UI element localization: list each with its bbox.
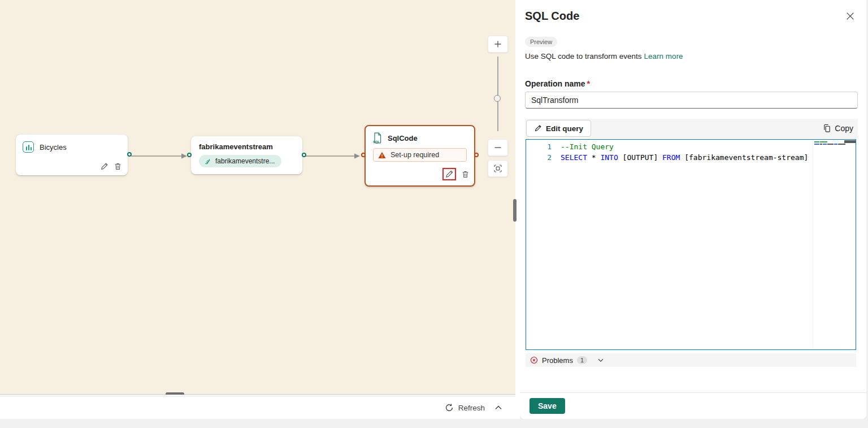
refresh-icon: [445, 403, 454, 412]
preview-badge: Preview: [525, 37, 557, 47]
svg-text:SQL: SQL: [373, 140, 380, 144]
canvas-bottom-bar: Refresh: [0, 396, 515, 419]
required-asterisk: *: [587, 79, 590, 88]
output-port[interactable]: [474, 153, 479, 157]
output-port[interactable]: [302, 153, 306, 157]
node-title: Bicycles: [40, 143, 67, 152]
code-text: SELECT * INTO [OUTPUT] FROM [fabrikameve…: [552, 152, 808, 163]
stream-badge[interactable]: fabrikameventstre...: [199, 155, 281, 167]
operation-name-input[interactable]: [525, 92, 858, 109]
editor-toolbar: Edit query Copy: [525, 119, 858, 138]
eventstream-designer: Bicycles fabrikameventstream: [0, 0, 520, 419]
description-text: Use SQL code to transform events: [525, 52, 642, 60]
delete-node-icon[interactable]: [461, 170, 470, 179]
zoom-slider-handle[interactable]: [494, 95, 501, 102]
zoom-in-button[interactable]: [488, 36, 508, 53]
edit-highlight-annotation: [442, 168, 456, 180]
horizontal-scrollbar-track[interactable]: [0, 394, 515, 395]
edit-query-label: Edit query: [546, 124, 583, 133]
refresh-label: Refresh: [458, 404, 485, 412]
zoom-out-button[interactable]: [488, 139, 508, 156]
problems-label: Problems: [542, 356, 573, 365]
edit-node-icon[interactable]: [445, 170, 454, 179]
copy-button[interactable]: Copy: [823, 124, 853, 133]
collapse-pane-chevron-icon[interactable]: [494, 403, 503, 412]
vertical-scrollbar-thumb[interactable]: [513, 199, 517, 222]
fit-to-screen-button[interactable]: [488, 160, 508, 177]
panel-title: SQL Code: [525, 10, 579, 23]
output-port[interactable]: [127, 152, 132, 157]
delete-node-icon[interactable]: [114, 162, 122, 171]
zoom-slider[interactable]: [488, 57, 509, 136]
edit-node-icon[interactable]: [100, 162, 108, 171]
node-sqlcode[interactable]: SQL SqlCode Set-up required: [364, 125, 475, 187]
line-number: 2: [526, 152, 552, 163]
copy-label: Copy: [835, 124, 853, 133]
code-line: 2 SELECT * INTO [OUTPUT] FROM [fabrikame…: [526, 152, 856, 163]
node-bicycles[interactable]: Bicycles: [16, 135, 128, 175]
sql-code-panel: SQL Code Preview Use SQL code to transfo…: [520, 0, 866, 419]
editor-minimap[interactable]: [813, 140, 848, 349]
node-title: fabrikameventstream: [191, 136, 302, 151]
edge-connectors: [0, 0, 515, 395]
operation-name-text: Operation name: [525, 79, 585, 88]
sql-document-icon: SQL: [372, 132, 383, 144]
save-button[interactable]: Save: [530, 398, 565, 414]
node-title: SqlCode: [388, 134, 418, 142]
bar-chart-icon: [23, 141, 34, 153]
copy-icon: [823, 124, 831, 133]
code-line: 1 --Init Query: [526, 141, 856, 152]
stream-badge-label: fabrikameventstre...: [215, 157, 275, 165]
zoom-slider-track: [497, 57, 498, 131]
panel-description: Use SQL code to transform eventsLearn mo…: [525, 52, 683, 60]
warning-icon: [378, 152, 386, 159]
setup-required-label: Set-up required: [390, 151, 439, 159]
error-circle-icon: [530, 356, 538, 364]
editor-scrollbar-thumb[interactable]: [844, 140, 856, 143]
eventstream-icon: [204, 157, 212, 165]
horizontal-scrollbar-thumb[interactable]: [166, 392, 184, 395]
line-number: 1: [526, 141, 552, 152]
setup-required-banner: Set-up required: [373, 148, 467, 162]
operation-name-label: Operation name*: [525, 79, 590, 88]
node-eventstream[interactable]: fabrikameventstream fabrikameventstre...: [191, 136, 302, 174]
expand-problems-chevron-icon[interactable]: [597, 356, 605, 364]
pencil-icon: [534, 124, 542, 132]
input-port[interactable]: [187, 153, 192, 157]
learn-more-link[interactable]: Learn more: [644, 52, 683, 60]
zoom-controls: [488, 36, 509, 177]
sql-code-editor[interactable]: 1 --Init Query 2 SELECT * INTO [OUTPUT] …: [526, 139, 856, 350]
refresh-button[interactable]: Refresh: [445, 403, 485, 412]
close-icon[interactable]: [844, 10, 856, 21]
input-port[interactable]: [361, 153, 366, 157]
edit-query-button[interactable]: Edit query: [526, 120, 591, 137]
problems-bar[interactable]: Problems 1: [526, 353, 856, 367]
footer-divider: [520, 392, 866, 393]
code-text: --Init Query: [552, 141, 614, 152]
problems-count-badge: 1: [577, 356, 587, 364]
diagram-canvas[interactable]: Bicycles fabrikameventstream: [0, 0, 515, 395]
